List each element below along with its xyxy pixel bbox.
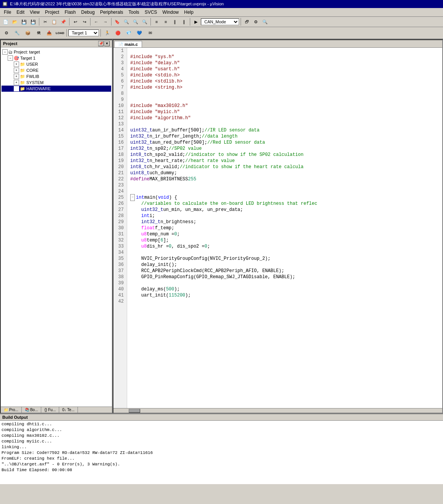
menu-project[interactable]: Project [43,9,61,16]
build-output-header: Build Output [0,414,443,421]
code-line-9 [130,97,439,103]
horizontal-scrollbar[interactable] [113,408,442,413]
run-button[interactable]: ▶ [192,18,200,26]
save-all-button[interactable]: 💾 [29,18,37,26]
tree-expander-fwlib[interactable]: + [14,74,19,79]
editor-tab-bar: 📄 main.c [113,40,442,48]
tree-item-project[interactable]: − 🗂 Project: target [2,49,111,55]
menu-help[interactable]: Help [182,9,196,16]
menu-debug[interactable]: Debug [79,9,97,16]
tree-item-target[interactable]: − 🎯 Target 1 [2,55,111,61]
menu-view[interactable]: View [27,9,42,16]
menu-edit[interactable]: Edit [14,9,27,16]
config2-button[interactable]: ⚙ [252,18,260,26]
window-button[interactable]: 🗗 [243,18,251,26]
tree-item-system[interactable]: + 📁 SYSTEM [2,79,111,86]
redo-button[interactable]: ↪ [80,18,89,26]
menu-flash[interactable]: Flash [62,9,78,16]
tree-expander-system[interactable]: + [14,80,19,85]
open-file-button[interactable]: 📂 [11,18,19,26]
debug-btn3[interactable]: 💎 [124,28,134,38]
build-btn3[interactable]: 📦 [23,28,33,38]
forward-button[interactable]: → [101,18,110,26]
code-line-8 [130,91,439,97]
cut-button[interactable]: ✂ [41,18,49,26]
editor-tab-main-c[interactable]: 📄 main.c [114,41,142,47]
code-line-23 [130,182,439,188]
align-button[interactable]: ∥ [171,18,179,26]
line-numbers: 1234567 891011121314 15161718192021 2223… [113,48,127,408]
code-content[interactable]: 1234567 891011121314 15161718192021 2223… [113,48,442,408]
build-btn1[interactable]: ⚙ [2,28,11,38]
menu-svcs[interactable]: SVCS [142,9,160,16]
code-line-38: GPIO_PinRemapConfig(GPIO_Remap_SWJ_JTAGD… [130,274,439,280]
build-btn4[interactable]: 🛠 [34,28,44,38]
build-line-2: compiling algorithm.c... [2,427,441,433]
config-dropdown[interactable]: CAN_Mode [201,18,239,25]
code-line-41: uart_init(115200); [130,292,439,298]
find-button[interactable]: 🔍 [122,18,131,26]
toolbar-sep-3 [90,18,91,26]
tree-expander-project[interactable]: − [2,49,8,55]
toolbar-sep-4 [111,18,112,26]
code-line-25: −int main(void) { [130,194,439,201]
code-line-1 [130,48,439,54]
back-button[interactable]: ← [92,18,100,26]
load-btn[interactable]: LOAD [55,28,65,38]
indent2-button[interactable]: ≡ [162,18,170,26]
tree-expander-core[interactable]: + [14,68,19,73]
find2-button[interactable]: 🔍 [131,18,140,26]
save-button[interactable]: 💾 [20,18,28,26]
tree-label-fwlib: FWLIB [26,74,39,79]
tree-label-hardware: HARDWARE [26,86,51,91]
code-lines[interactable]: #include "sys.h" #include "delay.h" #inc… [127,48,442,408]
bookmark-button[interactable]: 🔖 [113,18,121,26]
code-line-32: u8 temp[6]; [130,237,439,243]
tree-item-core[interactable]: + 📁 CORE [2,67,111,73]
indent-button[interactable]: ≡ [152,18,161,26]
tree-expander-target[interactable]: − [8,55,13,61]
panel-tabs: 📁 Pro... 📚 Bo... {} Fu... 0↓ Te... [1,407,112,413]
debug-btn4[interactable]: 💙 [134,28,144,38]
tree-expander-hardware[interactable]: + [14,86,19,91]
build-output-title: Build Output [2,415,28,420]
hardware-folder-icon: 📁 [20,86,25,91]
build-btn5[interactable]: 📥 [44,28,54,38]
tree-item-user[interactable]: + 📁 USER [2,61,111,67]
build-line-1: compiling dht11.c... [2,421,441,427]
menu-window[interactable]: Window [160,9,181,16]
debug-btn2[interactable]: 🔴 [113,28,123,38]
collapse-button-25[interactable]: − [130,194,135,201]
panel-tab-books[interactable]: 📚 Bo... [22,407,42,413]
menu-peripherals[interactable]: Peripherals [98,9,126,16]
new-file-button[interactable]: 📄 [2,18,10,26]
scrollbar-thumb[interactable] [129,409,140,413]
menu-tools[interactable]: Tools [126,9,142,16]
debug-btn1[interactable]: 🏃 [102,28,112,38]
build-btn2[interactable]: 🔧 [12,28,22,38]
target-dropdown[interactable]: Target 1 [68,29,99,36]
tree-item-fwlib[interactable]: + 📁 FWLIB [2,73,111,79]
panel-tab-project[interactable]: 📁 Pro... [1,407,22,413]
search-button[interactable]: 🔍 [261,18,269,26]
tree-item-hardware[interactable]: + 📁 HARDWARE [2,86,111,92]
project-panel-pin[interactable]: 📌 [98,41,103,46]
toolbar-2: ⚙ 🔧 📦 🛠 📥 LOAD Target 1 🏃 🔴 💎 💙 ✉ [0,27,443,39]
code-line-7: #include <string.h> [130,84,439,91]
tree-expander-user[interactable]: + [14,62,19,67]
menu-file[interactable]: File [2,9,13,16]
find3-button[interactable]: 🔍 [141,18,149,26]
code-line-2: #include "sys.h" [130,54,439,60]
align2-button[interactable]: ∥ [180,18,188,26]
undo-button[interactable]: ↩ [71,18,79,26]
panel-tab-functions[interactable]: {} Fu... [41,407,59,413]
toolbar-sep-6 [190,18,190,26]
build-output-content[interactable]: compiling dht11.c... compiling algorithm… [0,421,443,483]
project-icon: 🗂 [8,50,13,54]
debug-btn5[interactable]: ✉ [145,28,155,38]
paste-button[interactable]: 📌 [59,18,68,26]
copy-button[interactable]: 📋 [50,18,58,26]
tree-label-user: USER [26,62,38,66]
panel-tab-templates[interactable]: 0↓ Te... [59,407,78,413]
project-panel-close[interactable]: ✕ [104,41,110,46]
